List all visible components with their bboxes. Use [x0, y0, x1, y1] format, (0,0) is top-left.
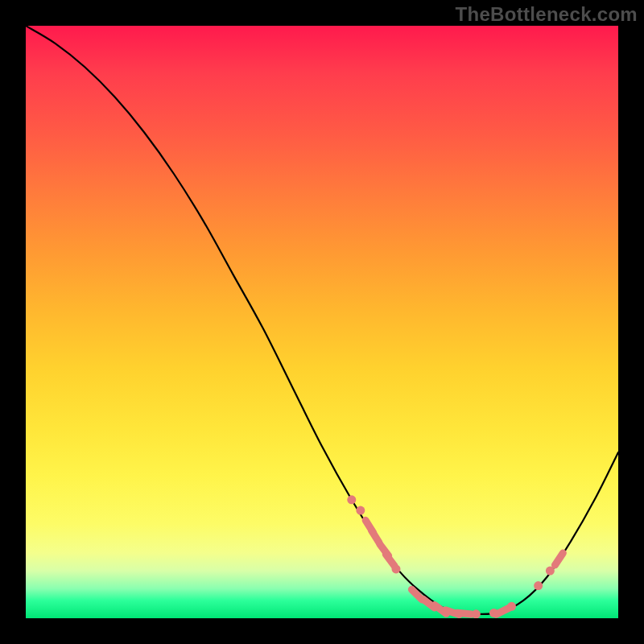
plot-area [26, 26, 618, 618]
curve-marker-dash [457, 613, 472, 614]
bottleneck-curve-line [26, 26, 618, 614]
curve-marker-dot [472, 609, 481, 618]
curve-marker-dot [356, 506, 365, 515]
curve-marker-dash [555, 553, 563, 565]
curve-marker-dash [386, 555, 394, 566]
curve-markers [347, 495, 563, 618]
curve-svg [26, 26, 618, 618]
bottleneck-chart: TheBottleneck.com [0, 0, 644, 644]
curve-marker-dot [347, 495, 356, 504]
curve-marker-dash [371, 530, 379, 543]
watermark-text: TheBottleneck.com [456, 3, 638, 26]
curve-marker-dot [507, 602, 516, 611]
curve-marker-dot [534, 581, 543, 590]
curve-marker-dash [496, 608, 509, 614]
curve-marker-dot [392, 564, 401, 573]
